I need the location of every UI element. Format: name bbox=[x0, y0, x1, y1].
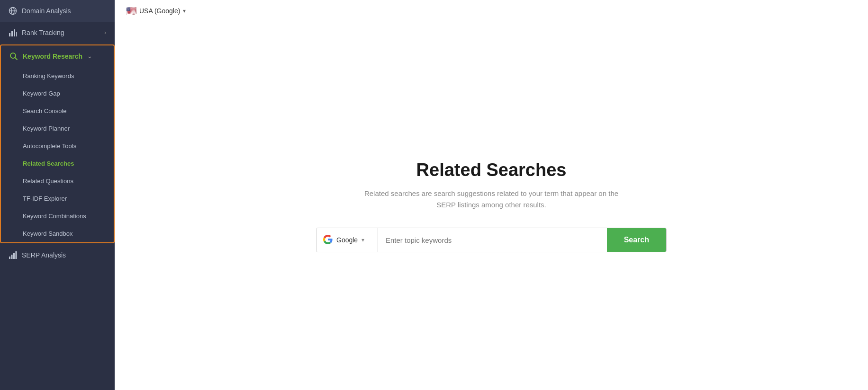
sidebar-item-autocomplete-tools[interactable]: Autocomplete Tools bbox=[1, 137, 114, 155]
page-title: Related Searches bbox=[416, 160, 567, 180]
search-bar: Google ▾ Search bbox=[316, 228, 667, 252]
svg-rect-9 bbox=[9, 257, 10, 259]
sidebar-item-rank-tracking[interactable]: Rank Tracking › bbox=[0, 22, 115, 44]
sidebar-item-related-questions[interactable]: Related Questions bbox=[1, 172, 114, 190]
sidebar: Domain Analysis Rank Tracking › Keyword … bbox=[0, 0, 115, 390]
keyword-research-label: Keyword Research bbox=[23, 53, 82, 60]
keyword-research-submenu: Ranking Keywords Keyword Gap Search Cons… bbox=[1, 67, 114, 242]
country-chevron-icon: ▾ bbox=[183, 8, 186, 14]
engine-label: Google bbox=[336, 236, 358, 244]
search-button[interactable]: Search bbox=[607, 228, 666, 252]
svg-rect-11 bbox=[13, 253, 15, 259]
sidebar-item-keyword-sandbox[interactable]: Keyword Sandbox bbox=[1, 225, 114, 242]
sidebar-item-ranking-keywords[interactable]: Ranking Keywords bbox=[1, 67, 114, 85]
svg-rect-12 bbox=[16, 251, 17, 259]
engine-chevron-icon: ▾ bbox=[362, 237, 364, 243]
sidebar-item-rank-tracking-label: Rank Tracking bbox=[22, 29, 99, 36]
sidebar-item-keyword-gap[interactable]: Keyword Gap bbox=[1, 85, 114, 102]
topic-keywords-input[interactable] bbox=[378, 228, 607, 252]
svg-rect-10 bbox=[11, 255, 13, 259]
sidebar-item-serp-analysis[interactable]: SERP Analysis bbox=[0, 244, 115, 266]
serp-analysis-icon bbox=[9, 251, 17, 259]
page-description: Related searches are search suggestions … bbox=[359, 188, 624, 211]
rank-tracking-chevron-icon: › bbox=[104, 29, 106, 36]
sidebar-item-domain-analysis-label: Domain Analysis bbox=[22, 7, 106, 15]
sidebar-item-domain-analysis[interactable]: Domain Analysis bbox=[0, 0, 115, 22]
keyword-research-search-icon bbox=[9, 52, 18, 61]
sidebar-item-related-searches[interactable]: Related Searches bbox=[1, 155, 114, 172]
country-label: USA (Google) bbox=[139, 7, 180, 15]
flag-icon: 🇺🇸 bbox=[126, 6, 136, 16]
sidebar-item-search-console[interactable]: Search Console bbox=[1, 102, 114, 120]
svg-rect-3 bbox=[9, 33, 10, 36]
hero-section: Related Searches Related searches are se… bbox=[115, 22, 868, 390]
sidebar-item-keyword-research[interactable]: Keyword Research ⌄ bbox=[1, 45, 114, 67]
globe-icon bbox=[9, 7, 17, 15]
rank-tracking-icon bbox=[9, 28, 17, 37]
google-logo-icon bbox=[323, 235, 333, 246]
main-content: 🇺🇸 USA (Google) ▾ Related Searches Relat… bbox=[115, 0, 868, 390]
sidebar-item-serp-analysis-label: SERP Analysis bbox=[22, 251, 106, 259]
sidebar-item-keyword-planner[interactable]: Keyword Planner bbox=[1, 120, 114, 137]
svg-rect-5 bbox=[14, 29, 15, 36]
sidebar-item-keyword-combinations[interactable]: Keyword Combinations bbox=[1, 207, 114, 225]
engine-selector[interactable]: Google ▾ bbox=[316, 228, 378, 252]
svg-rect-6 bbox=[16, 32, 17, 36]
keyword-research-chevron-icon: ⌄ bbox=[87, 53, 92, 60]
keyword-research-section: Keyword Research ⌄ Ranking Keywords Keyw… bbox=[0, 44, 115, 243]
top-bar: 🇺🇸 USA (Google) ▾ bbox=[115, 0, 868, 22]
country-selector[interactable]: 🇺🇸 USA (Google) ▾ bbox=[126, 6, 186, 16]
svg-line-8 bbox=[15, 58, 18, 60]
sidebar-item-tfidf-explorer[interactable]: TF-IDF Explorer bbox=[1, 190, 114, 207]
svg-rect-4 bbox=[11, 31, 13, 36]
